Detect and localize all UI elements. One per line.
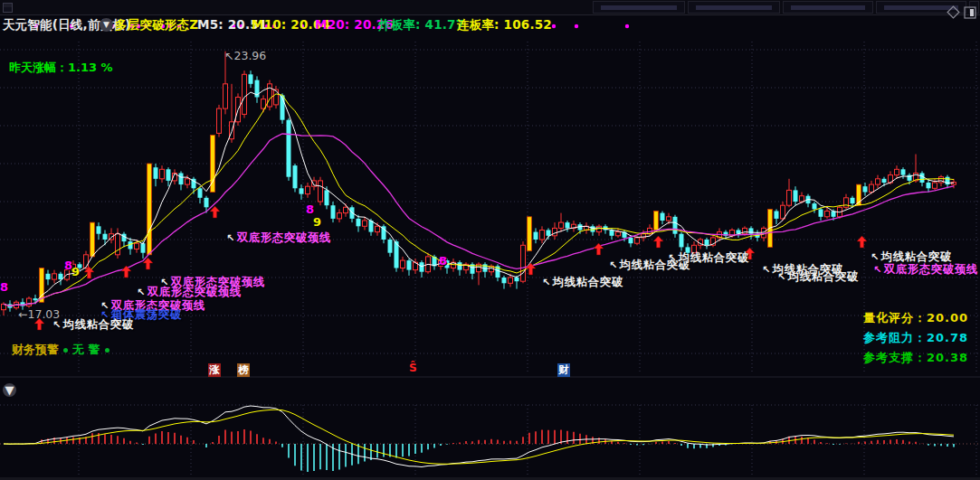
breakout-annotation: ↖均线粘合突破 [542,275,623,290]
breakout-annotation: ↖均线粘合突破 [668,250,749,266]
breakout-annotation: ↖双底形态突破颈线 [873,262,978,278]
finance-warning-label: 财务预警 [12,342,59,358]
split-panel-icon[interactable] [965,7,975,18]
pattern-count-label: 8 [0,280,8,294]
breakout-annotation: ↖均线粘合突破 [777,269,859,285]
annotation-pointer-icon: ↖ [762,264,771,276]
buy-arrow-icon [121,266,131,278]
annotation-pointer-icon: ↖ [873,264,882,276]
event-badge[interactable]: 涨 [208,363,221,377]
score-panel-row: 参考支撑：20.38 [863,350,968,370]
header-indicator-value[interactable]: 多层突破形态Z [115,17,198,33]
buy-arrow-icon [210,206,220,218]
header-indicator-value: 炸板率: 41.77 [378,17,464,33]
pattern-count-label: 9 [313,215,321,229]
breakout-annotation: ↖双底形态突破颈线 [226,231,331,246]
chart-canvas[interactable] [0,0,980,480]
score-panel-row: 量化评分：20.00 [863,310,968,330]
score-panel-row: 参考阻力：20.78 [863,330,968,350]
buy-arrow-icon [653,236,663,248]
window-toolbar-strip [0,0,980,15]
annotation-pointer-icon: ↖ [777,271,786,283]
signal-dot-icon [552,24,556,28]
annotation-pointer-icon: ↖ [226,232,235,244]
chevron-down-circle-icon[interactable]: ▼ [3,383,16,397]
quant-score-panel: 量化评分：20.00参考阻力：20.78参考支撑：20.38 [863,310,968,370]
diamond-icon[interactable] [947,6,959,18]
annotation-pointer-icon: ↖ [609,259,618,271]
grid-menu-icon[interactable] [3,3,13,13]
buy-arrow-icon [857,236,867,248]
green-dot-icon [105,348,109,353]
event-badge[interactable]: 财 [557,363,570,377]
annotation-pointer-icon: ↖ [52,319,62,331]
header-indicator-value: 连板率: 106.52 [457,17,552,33]
breakout-annotation: ↖均线粘合突破 [52,317,134,333]
trading-terminal-window: 天元智能(日线,前复权) ▼ 多层突破形态ZM5: 20.51M10: 20.6… [0,0,980,480]
event-badge[interactable]: 榜 [237,363,250,377]
signal-dot-icon [575,24,578,28]
finance-warning-value[interactable]: 无 警 [72,342,100,358]
toolbar-cell[interactable] [783,1,873,14]
pattern-count-label: 9 [71,265,80,278]
toolbar-cell[interactable] [688,1,780,14]
annotation-pointer-icon: ↖ [137,287,146,298]
pattern-count-label: 8 [306,202,314,216]
yesterday-change-label: 昨天涨幅：1.13 % [9,60,113,76]
green-dot-icon [63,348,68,353]
peak-price-label: ↖23.96 [224,49,266,62]
pattern-count-label: 8 [439,254,447,268]
annotation-pointer-icon: ↖ [542,277,551,288]
annotation-pointer-icon: ↖ [668,252,677,264]
s-event-marker[interactable]: Ŝ [409,362,417,374]
chevron-down-icon[interactable]: ▼ [100,18,113,32]
signal-dot-icon [625,24,629,28]
finance-warning-row: 财务预警 无 警 [12,342,114,358]
toolbar-cell[interactable] [593,1,685,14]
window-icons [946,5,976,20]
